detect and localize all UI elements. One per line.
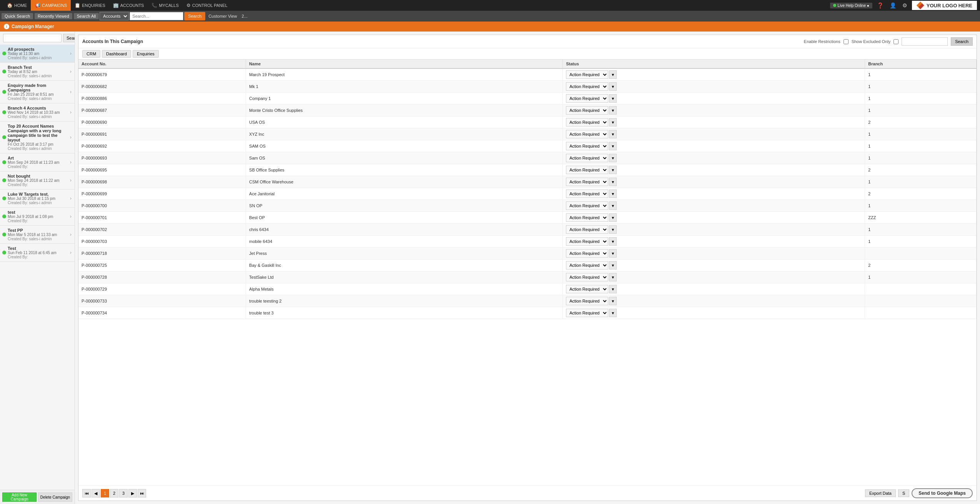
quick-search-button[interactable]: Quick Search	[2, 13, 33, 19]
cell-status[interactable]: Action Required ▼	[563, 236, 865, 248]
sidebar-search-input[interactable]	[3, 34, 62, 42]
status-dropdown-button[interactable]: ▼	[609, 154, 617, 162]
table-row[interactable]: P-000000691 XYZ Inc Action Required ▼ 1	[78, 128, 977, 140]
cell-status[interactable]: Action Required ▼	[563, 295, 865, 307]
page-2-button[interactable]: 2	[110, 489, 118, 497]
status-dropdown-button[interactable]: ▼	[609, 190, 617, 198]
cell-status[interactable]: Action Required ▼	[563, 105, 865, 116]
export-data-button[interactable]: Export Data	[865, 489, 896, 497]
nav-control-panel[interactable]: ⚙ CONTROL PANEL	[183, 0, 231, 11]
status-dropdown-button[interactable]: ▼	[609, 118, 617, 126]
recently-viewed-button[interactable]: Recently Viewed	[35, 13, 72, 19]
table-row[interactable]: P-000000703 mobile 6434 Action Required …	[78, 236, 977, 248]
search-all-button[interactable]: Search All	[74, 13, 99, 19]
last-page-button[interactable]: ⏭	[138, 489, 146, 497]
table-row[interactable]: P-000000682 Mk 1 Action Required ▼ 1	[78, 81, 977, 93]
show-excluded-checkbox[interactable]	[893, 39, 898, 44]
status-select[interactable]: Action Required	[566, 106, 608, 115]
status-select[interactable]: Action Required	[566, 142, 608, 150]
help-icon[interactable]: ❓	[875, 2, 885, 8]
nav-home[interactable]: 🏠 HOME	[3, 0, 31, 11]
status-select[interactable]: Action Required	[566, 178, 608, 186]
table-row[interactable]: P-000000886 Company 1 Action Required ▼ …	[78, 93, 977, 105]
status-dropdown-button[interactable]: ▼	[609, 261, 617, 269]
table-row[interactable]: P-000000733 trouble teesting 2 Action Re…	[78, 295, 977, 307]
sidebar-search-button[interactable]: Search	[63, 34, 75, 42]
sidebar-item-test-pp[interactable]: Test PP Mon Mar 5 2018 at 11:33 am Creat…	[0, 226, 75, 244]
cell-status[interactable]: Action Required ▼	[563, 140, 865, 152]
send-to-google-maps-button[interactable]: Send to Google Maps	[912, 488, 973, 498]
status-dropdown-button[interactable]: ▼	[609, 166, 617, 174]
page-3-button[interactable]: 3	[119, 489, 128, 497]
cell-status[interactable]: Action Required ▼	[563, 68, 865, 81]
nav-mycalls[interactable]: 📞 MYCALLS	[148, 0, 182, 11]
status-select[interactable]: Action Required	[566, 213, 608, 222]
cell-status[interactable]: Action Required ▼	[563, 152, 865, 164]
sidebar-item-top20[interactable]: Top 20 Account Names Campaign with a ver…	[0, 121, 75, 153]
cell-status[interactable]: Action Required ▼	[563, 224, 865, 236]
status-dropdown-button[interactable]: ▼	[609, 249, 617, 258]
next-page-button[interactable]: ▶	[128, 489, 137, 497]
status-dropdown-button[interactable]: ▼	[609, 94, 617, 103]
cell-status[interactable]: Action Required ▼	[563, 283, 865, 295]
status-dropdown-button[interactable]: ▼	[609, 237, 617, 246]
prev-page-button[interactable]: ◀	[92, 489, 100, 497]
status-select[interactable]: Action Required	[566, 201, 608, 210]
status-dropdown-button[interactable]: ▼	[609, 106, 617, 115]
search-category-select[interactable]: Accounts	[100, 12, 129, 20]
tab-dashboard[interactable]: Dashboard	[102, 50, 131, 58]
cell-status[interactable]: Action Required ▼	[563, 259, 865, 271]
sidebar-item-art[interactable]: Art Mon Sep 24 2018 at 11:23 am Created …	[0, 153, 75, 171]
status-select[interactable]: Action Required	[566, 249, 608, 258]
status-dropdown-button[interactable]: ▼	[609, 225, 617, 234]
status-dropdown-button[interactable]: ▼	[609, 273, 617, 281]
cell-status[interactable]: Action Required ▼	[563, 200, 865, 212]
cell-status[interactable]: Action Required ▼	[563, 116, 865, 128]
delete-campaign-button[interactable]: Delete Campaign	[38, 492, 72, 502]
status-select[interactable]: Action Required	[566, 118, 608, 126]
user-icon[interactable]: 👤	[888, 2, 898, 8]
status-select[interactable]: Action Required	[566, 70, 608, 79]
cell-status[interactable]: Action Required ▼	[563, 248, 865, 259]
status-dropdown-button[interactable]: ▼	[609, 201, 617, 210]
sidebar-item-not-bought[interactable]: Not bought Mon Sep 24 2018 at 11:22 am C…	[0, 171, 75, 190]
status-dropdown-button[interactable]: ▼	[609, 70, 617, 79]
cell-status[interactable]: Action Required ▼	[563, 164, 865, 176]
status-select[interactable]: Action Required	[566, 285, 608, 293]
settings-icon[interactable]: ⚙	[901, 2, 909, 8]
sidebar-item-branch4[interactable]: Branch 4 Accounts Wed Nov 14 2018 at 10:…	[0, 103, 75, 121]
sidebar-item-luke[interactable]: Luke W Targets test. Mon Jul 30 2018 at …	[0, 190, 75, 208]
status-select[interactable]: Action Required	[566, 237, 608, 246]
sidebar-item-branch-test[interactable]: Branch Test Today at 8:52 am Created By:…	[0, 63, 75, 81]
table-row[interactable]: P-000000695 SB Office Supplies Action Re…	[78, 164, 977, 176]
table-row[interactable]: P-000000728 TestSake Ltd Action Required…	[78, 271, 977, 283]
cell-status[interactable]: Action Required ▼	[563, 81, 865, 93]
add-new-campaign-button[interactable]: Add New Campaign	[2, 492, 37, 502]
cell-status[interactable]: Action Required ▼	[563, 212, 865, 224]
table-row[interactable]: P-000000725 Bay & Gaskill Inc Action Req…	[78, 259, 977, 271]
search-input[interactable]	[130, 12, 183, 20]
status-select[interactable]: Action Required	[566, 130, 608, 138]
status-dropdown-button[interactable]: ▼	[609, 130, 617, 138]
status-dropdown-button[interactable]: ▼	[609, 213, 617, 222]
table-row[interactable]: P-000000679 March 19 Prospect Action Req…	[78, 68, 977, 81]
table-row[interactable]: P-000000718 Jet Press Action Required ▼	[78, 248, 977, 259]
status-dropdown-button[interactable]: ▼	[609, 297, 617, 305]
status-select[interactable]: Action Required	[566, 273, 608, 281]
status-dropdown-button[interactable]: ▼	[609, 82, 617, 91]
table-row[interactable]: P-000000729 Alpha Metals Action Required…	[78, 283, 977, 295]
cell-status[interactable]: Action Required ▼	[563, 93, 865, 105]
table-row[interactable]: P-000000687 Monte Cristo Office Supplies…	[78, 105, 977, 116]
nav-enquiries[interactable]: 📋 ENQUIRIES	[71, 0, 109, 11]
status-select[interactable]: Action Required	[566, 94, 608, 103]
status-select[interactable]: Action Required	[566, 261, 608, 269]
status-dropdown-button[interactable]: ▼	[609, 142, 617, 150]
table-row[interactable]: P-000000734 trouble test 3 Action Requir…	[78, 307, 977, 319]
extra-button[interactable]: S	[898, 489, 909, 497]
enable-restrictions-checkbox[interactable]	[844, 39, 849, 44]
cell-status[interactable]: Action Required ▼	[563, 271, 865, 283]
sidebar-item-test-simple[interactable]: Test Sun Feb 11 2018 at 6:45 am Created …	[0, 244, 75, 262]
sidebar-item-enquiry[interactable]: Enquiry made from Campaigns Fri Jan 25 2…	[0, 81, 75, 103]
cell-status[interactable]: Action Required ▼	[563, 188, 865, 200]
nav-campaigns[interactable]: 📢 CAMPAIGNS	[31, 0, 71, 11]
